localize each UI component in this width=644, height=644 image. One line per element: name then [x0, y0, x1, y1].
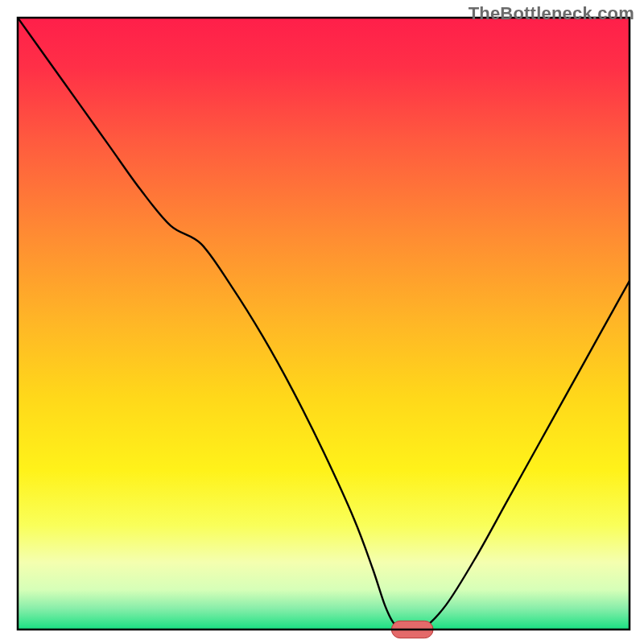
- watermark-text: TheBottleneck.com: [469, 3, 634, 24]
- chart-container: TheBottleneck.com: [0, 0, 644, 644]
- gradient-background: [18, 18, 630, 630]
- bottleneck-chart: [0, 0, 644, 644]
